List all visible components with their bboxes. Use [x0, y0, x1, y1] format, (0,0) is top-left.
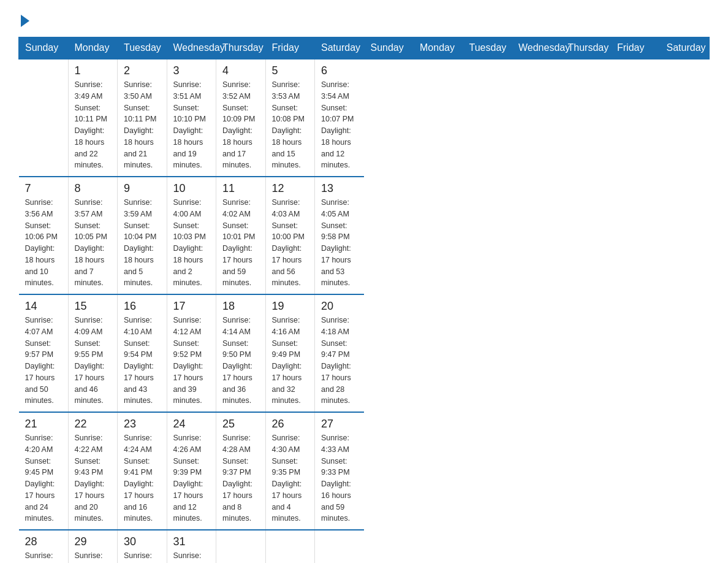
day-number: 19: [272, 300, 309, 313]
page-header: [18, 12, 710, 27]
day-info-text: Sunrise: 4:00 AM Sunset: 10:03 PM Daylig…: [173, 197, 210, 289]
day-number: 7: [25, 182, 62, 195]
day-info-text: Sunrise: 3:56 AM Sunset: 10:06 PM Daylig…: [25, 197, 62, 289]
day-info-text: Sunrise: 3:53 AM Sunset: 10:08 PM Daylig…: [272, 79, 309, 171]
day-header-monday: Monday: [68, 37, 118, 59]
calendar-cell: 2Sunrise: 3:50 AM Sunset: 10:11 PM Dayli…: [118, 59, 167, 177]
day-number: 15: [75, 300, 112, 313]
day-number: 29: [75, 535, 112, 548]
calendar-table: SundayMondayTuesdayWednesdayThursdayFrid…: [18, 37, 710, 563]
day-number: 12: [272, 182, 309, 195]
day-number: 22: [75, 418, 112, 431]
day-info-text: Sunrise: 3:54 AM Sunset: 10:07 PM Daylig…: [321, 79, 358, 171]
day-info-text: Sunrise: 3:49 AM Sunset: 10:11 PM Daylig…: [75, 79, 112, 171]
calendar-week-row: 28Sunrise: 4:35 AM Sunset: 9:30 PM Dayli…: [19, 530, 710, 563]
day-header-tuesday: Tuesday: [118, 37, 167, 59]
calendar-cell: 15Sunrise: 4:09 AM Sunset: 9:55 PM Dayli…: [68, 294, 118, 412]
calendar-cell: 13Sunrise: 4:05 AM Sunset: 9:58 PM Dayli…: [315, 177, 365, 294]
calendar-cell: 14Sunrise: 4:07 AM Sunset: 9:57 PM Dayli…: [19, 294, 69, 412]
day-number: 30: [124, 535, 161, 548]
day-info-text: Sunrise: 4:33 AM Sunset: 9:33 PM Dayligh…: [321, 432, 358, 524]
day-info-text: Sunrise: 4:05 AM Sunset: 9:58 PM Dayligh…: [321, 197, 358, 289]
day-info-text: Sunrise: 4:16 AM Sunset: 9:49 PM Dayligh…: [272, 315, 309, 407]
day-number: 14: [25, 300, 62, 313]
day-info-text: Sunrise: 4:12 AM Sunset: 9:52 PM Dayligh…: [173, 315, 210, 407]
day-info-text: Sunrise: 3:59 AM Sunset: 10:04 PM Daylig…: [124, 197, 161, 289]
day-header-tuesday: Tuesday: [463, 37, 512, 59]
calendar-cell: 24Sunrise: 4:26 AM Sunset: 9:39 PM Dayli…: [167, 412, 216, 530]
calendar-week-row: 14Sunrise: 4:07 AM Sunset: 9:57 PM Dayli…: [19, 294, 710, 412]
day-header-wednesday: Wednesday: [512, 37, 562, 59]
day-info-text: Sunrise: 4:30 AM Sunset: 9:35 PM Dayligh…: [272, 432, 309, 524]
day-number: 4: [222, 64, 259, 77]
day-number: 10: [173, 182, 210, 195]
day-number: 23: [124, 418, 161, 431]
calendar-cell: 4Sunrise: 3:52 AM Sunset: 10:09 PM Dayli…: [216, 59, 266, 177]
calendar-cell: [216, 530, 266, 563]
calendar-cell: 27Sunrise: 4:33 AM Sunset: 9:33 PM Dayli…: [315, 412, 365, 530]
calendar-cell: 18Sunrise: 4:14 AM Sunset: 9:50 PM Dayli…: [216, 294, 266, 412]
day-header-monday: Monday: [414, 37, 463, 59]
day-info-text: Sunrise: 4:20 AM Sunset: 9:45 PM Dayligh…: [25, 432, 62, 524]
day-number: 3: [173, 64, 210, 77]
calendar-cell: 8Sunrise: 3:57 AM Sunset: 10:05 PM Dayli…: [68, 177, 118, 294]
calendar-cell: 30Sunrise: 4:39 AM Sunset: 9:26 PM Dayli…: [118, 530, 167, 563]
calendar-cell: 11Sunrise: 4:02 AM Sunset: 10:01 PM Dayl…: [216, 177, 266, 294]
day-header-sunday: Sunday: [364, 37, 414, 59]
calendar-cell: 10Sunrise: 4:00 AM Sunset: 10:03 PM Dayl…: [167, 177, 216, 294]
calendar-cell: [19, 59, 69, 177]
day-info-text: Sunrise: 4:24 AM Sunset: 9:41 PM Dayligh…: [124, 432, 161, 524]
calendar-cell: 29Sunrise: 4:37 AM Sunset: 9:28 PM Dayli…: [68, 530, 118, 563]
day-info-text: Sunrise: 4:39 AM Sunset: 9:26 PM Dayligh…: [124, 550, 161, 563]
calendar-week-row: 7Sunrise: 3:56 AM Sunset: 10:06 PM Dayli…: [19, 177, 710, 294]
day-number: 21: [25, 418, 62, 431]
day-number: 6: [321, 64, 358, 77]
day-number: 27: [321, 418, 358, 431]
day-number: 5: [272, 64, 309, 77]
calendar-cell: 17Sunrise: 4:12 AM Sunset: 9:52 PM Dayli…: [167, 294, 216, 412]
day-header-thursday: Thursday: [216, 37, 266, 59]
day-info-text: Sunrise: 4:41 AM Sunset: 9:24 PM Dayligh…: [173, 550, 210, 563]
calendar-cell: 9Sunrise: 3:59 AM Sunset: 10:04 PM Dayli…: [118, 177, 167, 294]
calendar-cell: 12Sunrise: 4:03 AM Sunset: 10:00 PM Dayl…: [265, 177, 315, 294]
day-info-text: Sunrise: 4:10 AM Sunset: 9:54 PM Dayligh…: [124, 315, 161, 407]
calendar-cell: [265, 530, 315, 563]
day-header-wednesday: Wednesday: [167, 37, 216, 59]
calendar-cell: 3Sunrise: 3:51 AM Sunset: 10:10 PM Dayli…: [167, 59, 216, 177]
day-info-text: Sunrise: 4:09 AM Sunset: 9:55 PM Dayligh…: [75, 315, 112, 407]
day-info-text: Sunrise: 4:18 AM Sunset: 9:47 PM Dayligh…: [321, 315, 358, 407]
day-info-text: Sunrise: 4:03 AM Sunset: 10:00 PM Daylig…: [272, 197, 309, 289]
calendar-cell: 16Sunrise: 4:10 AM Sunset: 9:54 PM Dayli…: [118, 294, 167, 412]
day-info-text: Sunrise: 4:37 AM Sunset: 9:28 PM Dayligh…: [75, 550, 112, 563]
logo: [18, 12, 29, 27]
calendar-cell: 1Sunrise: 3:49 AM Sunset: 10:11 PM Dayli…: [68, 59, 118, 177]
calendar-cell: 20Sunrise: 4:18 AM Sunset: 9:47 PM Dayli…: [315, 294, 365, 412]
day-header-friday: Friday: [265, 37, 315, 59]
day-number: 17: [173, 300, 210, 313]
calendar-cell: 19Sunrise: 4:16 AM Sunset: 9:49 PM Dayli…: [265, 294, 315, 412]
day-info-text: Sunrise: 4:22 AM Sunset: 9:43 PM Dayligh…: [75, 432, 112, 524]
day-number: 26: [272, 418, 309, 431]
day-info-text: Sunrise: 3:57 AM Sunset: 10:05 PM Daylig…: [75, 197, 112, 289]
day-number: 1: [75, 64, 112, 77]
day-number: 31: [173, 535, 210, 548]
calendar-week-row: 21Sunrise: 4:20 AM Sunset: 9:45 PM Dayli…: [19, 412, 710, 530]
day-header-friday: Friday: [611, 37, 661, 59]
calendar-cell: 7Sunrise: 3:56 AM Sunset: 10:06 PM Dayli…: [19, 177, 69, 294]
day-info-text: Sunrise: 4:14 AM Sunset: 9:50 PM Dayligh…: [222, 315, 259, 407]
day-info-text: Sunrise: 3:51 AM Sunset: 10:10 PM Daylig…: [173, 79, 210, 171]
day-info-text: Sunrise: 4:26 AM Sunset: 9:39 PM Dayligh…: [173, 432, 210, 524]
day-number: 2: [124, 64, 161, 77]
day-number: 28: [25, 535, 62, 548]
day-info-text: Sunrise: 4:07 AM Sunset: 9:57 PM Dayligh…: [25, 315, 62, 407]
day-number: 20: [321, 300, 358, 313]
day-number: 13: [321, 182, 358, 195]
calendar-cell: 22Sunrise: 4:22 AM Sunset: 9:43 PM Dayli…: [68, 412, 118, 530]
calendar-cell: 5Sunrise: 3:53 AM Sunset: 10:08 PM Dayli…: [265, 59, 315, 177]
calendar-cell: 21Sunrise: 4:20 AM Sunset: 9:45 PM Dayli…: [19, 412, 69, 530]
day-number: 25: [222, 418, 259, 431]
calendar-header-row: SundayMondayTuesdayWednesdayThursdayFrid…: [19, 37, 710, 59]
day-info-text: Sunrise: 4:35 AM Sunset: 9:30 PM Dayligh…: [25, 550, 62, 563]
logo-arrow-icon: [21, 15, 29, 27]
calendar-cell: [315, 530, 365, 563]
